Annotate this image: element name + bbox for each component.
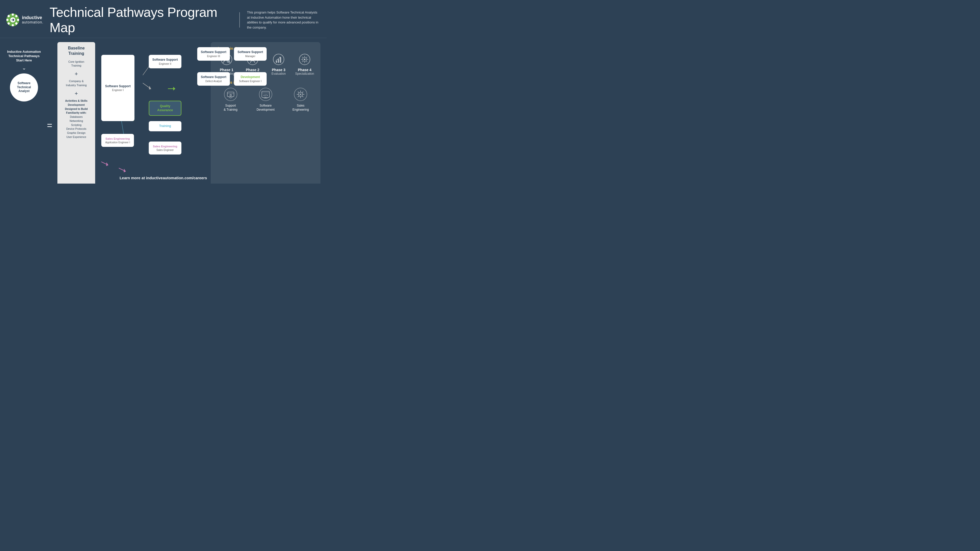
baseline-plus-2: +: [75, 90, 78, 97]
baseline-skills: Activities & SkillsDevelopmentDesigned t…: [65, 99, 88, 139]
ssda-title: Software Support: [200, 75, 228, 79]
division-support-name: Support& Training: [215, 104, 246, 112]
phase-3: Phase 3 Evaluation: [267, 54, 290, 75]
sales1-sub: Application Engineer I: [104, 141, 131, 144]
main-content: Inductive AutomationTechnical PathwaysSt…: [0, 38, 326, 184]
svg-point-39: [304, 59, 305, 60]
svg-rect-26: [276, 61, 277, 63]
ssm-sub: Manager: [237, 55, 264, 58]
sse1-title: Software Support: [105, 84, 130, 89]
svg-line-60: [302, 92, 303, 92]
svg-point-53: [300, 94, 301, 95]
deveng-sub: Software Engineer I: [237, 80, 264, 83]
svg-line-59: [302, 96, 303, 97]
flow-wrapper: Software Support Engineer I Software Sup…: [101, 42, 207, 184]
svg-line-38: [302, 61, 303, 62]
sales2-title: Sales Engineering: [151, 144, 179, 148]
logo-automation: automation.: [22, 21, 43, 24]
svg-rect-4: [17, 19, 19, 21]
phase4-icon: [299, 54, 310, 65]
baseline-item-1: Core IgnitionTraining: [68, 60, 84, 68]
svg-rect-28: [280, 58, 281, 63]
phase4-sub: Specialization: [293, 72, 316, 75]
phase2-name: Phase 2: [241, 68, 264, 72]
box-ssm: Software Support Manager: [234, 47, 267, 61]
sse3-sub: Engineer III: [200, 55, 228, 58]
sales1-title: Sales Engineering: [104, 137, 131, 140]
training-title: Training: [151, 124, 179, 128]
svg-line-37: [306, 57, 307, 58]
division-sales-name: SalesEngineering: [285, 104, 316, 112]
sse1-sub: Engineer I: [112, 89, 124, 92]
sse3-title: Software Support: [200, 50, 228, 54]
box-sse2: Software Support Engineer II: [149, 55, 181, 68]
svg-rect-27: [278, 59, 279, 63]
phase3-sub: Evaluation: [267, 72, 290, 75]
baseline-item-2: Company &Industry Training: [66, 79, 86, 87]
logo-inductive: inductive: [22, 15, 43, 21]
divisions-row: Support& Training </> SoftwareDevelopmen…: [215, 87, 316, 112]
box-sales2: Sales Engineering Sales Engineer: [149, 141, 181, 154]
phase3-icon: [273, 54, 285, 65]
box-qa: Quality Assurance: [149, 101, 181, 116]
svg-text:</>: </>: [263, 94, 268, 97]
phase-4: Phase 4 Specialization: [293, 54, 316, 75]
page-title: Technical Pathways Program Map: [49, 5, 232, 35]
baseline-title: BaselineTraining: [68, 46, 85, 56]
svg-point-43: [230, 94, 231, 96]
header-description: This program helps Software Technical An…: [247, 10, 318, 30]
left-panel: Inductive AutomationTechnical PathwaysSt…: [6, 42, 42, 184]
division-dev-name: SoftwareDevelopment: [250, 104, 281, 112]
support-icon: [224, 87, 237, 101]
analyst-title: SoftwareTechnicalAnalyst: [17, 81, 31, 93]
division-sales: SalesEngineering: [285, 87, 316, 112]
chevron-down-icon: ⌄: [22, 65, 26, 71]
dev-icon: </>: [259, 87, 272, 101]
sales2-sub: Sales Engineer: [151, 149, 179, 151]
start-label: Inductive AutomationTechnical PathwaysSt…: [7, 50, 41, 63]
logo-icon: [6, 13, 19, 27]
svg-line-61: [298, 96, 299, 97]
svg-line-13: [143, 83, 151, 89]
ssda-sub: Defect Analyst: [200, 80, 228, 83]
info-panel: Phases in the Program: Phase 1 Onboardin…: [211, 42, 320, 184]
sse2-title: Software Support: [151, 58, 179, 62]
footer-text: Learn more at inductiveautomation.com/ca…: [0, 176, 326, 180]
box-sales1: Sales Engineering Application Engineer I: [101, 134, 134, 147]
baseline-panel: BaselineTraining Core IgnitionTraining +…: [57, 42, 95, 184]
svg-line-18: [119, 168, 126, 171]
sse2-sub: Engineer II: [151, 62, 179, 65]
logo-area: inductive automation.: [6, 13, 43, 27]
sales-icon: [294, 87, 307, 101]
header: inductive automation. Technical Pathways…: [0, 0, 326, 38]
baseline-plus-1: +: [75, 71, 78, 77]
box-training: Training: [149, 121, 181, 131]
phase1-name: Phase 1: [215, 68, 238, 72]
svg-rect-3: [6, 19, 8, 21]
phase3-name: Phase 3: [267, 68, 290, 72]
deveng-title: Development: [237, 75, 264, 79]
phase4-name: Phase 4: [293, 68, 316, 72]
analyst-circle: SoftwareTechnicalAnalyst: [10, 73, 38, 102]
svg-rect-1: [12, 14, 14, 16]
svg-line-58: [298, 92, 299, 92]
box-sse3: Software Support Engineer III: [197, 47, 230, 61]
box-ssda: Software Support Defect Analyst: [197, 72, 230, 86]
division-dev: </> SoftwareDevelopment: [250, 87, 281, 112]
qa-title: Quality Assurance: [152, 104, 178, 112]
svg-rect-2: [12, 24, 14, 26]
svg-line-36: [306, 61, 307, 62]
svg-line-17: [101, 162, 108, 165]
division-support: Support& Training: [215, 87, 246, 112]
header-divider: [239, 12, 240, 27]
ssm-title: Software Support: [237, 50, 264, 54]
box-sse1: Software Support Engineer I: [101, 55, 134, 121]
box-deveng: Development Software Engineer I: [234, 72, 267, 86]
svg-line-35: [302, 57, 303, 58]
footer: Learn more at inductiveautomation.com/ca…: [0, 176, 326, 180]
logo-text: inductive automation.: [22, 15, 43, 24]
equals-sign: =: [47, 105, 52, 131]
